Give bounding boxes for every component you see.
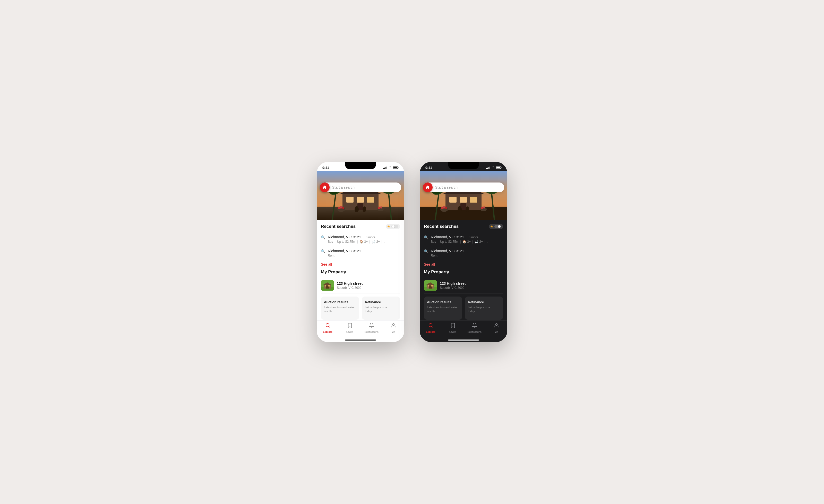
svg-point-61 xyxy=(483,207,485,209)
auction-results-card-dark[interactable]: Auction results Latest auction and sales… xyxy=(424,296,462,320)
property-thumbnail-dark xyxy=(424,280,437,291)
svg-point-20 xyxy=(340,206,342,209)
app-logo xyxy=(320,182,330,192)
search-item-2-details-dark: Richmond, VIC 3121 Rent xyxy=(431,249,503,257)
cards-row: Auction results Latest auction and sales… xyxy=(321,296,400,320)
search-input[interactable]: Start a search xyxy=(320,182,401,192)
tab-me[interactable]: Me xyxy=(386,323,401,333)
svg-rect-44 xyxy=(449,197,456,203)
battery-icon-dark xyxy=(496,166,502,169)
saved-icon xyxy=(347,323,352,330)
search-item-2-title: Richmond, VIC 3121 xyxy=(328,249,400,253)
search-item-1-dark[interactable]: 🔍 Richmond, VIC 3121 + 3 more Buy | Up t… xyxy=(424,232,503,246)
auction-results-card[interactable]: Auction results Latest auction and sales… xyxy=(321,296,359,320)
refinance-card-title: Refinance xyxy=(365,300,397,304)
svg-point-63 xyxy=(498,225,501,228)
search-icon-1: 🔍 xyxy=(321,235,325,239)
tab-notifications[interactable]: Notifications xyxy=(364,323,379,333)
search-bar-container-dark: Start a search xyxy=(423,182,504,192)
search-placeholder: Start a search xyxy=(332,185,354,190)
refinance-card-title-dark: Refinance xyxy=(468,300,500,304)
svg-point-57 xyxy=(443,206,445,209)
me-icon xyxy=(391,323,396,330)
search-item-1[interactable]: 🔍 Richmond, VIC 3121 + 3 more Buy | Up t… xyxy=(321,232,400,246)
tab-me-dark[interactable]: Me xyxy=(489,323,504,333)
search-item-1-meta-dark: Buy | Up to $2.75m | 🏠 3+ | 🛁 2+ | ... xyxy=(431,240,503,244)
tab-saved-dark[interactable]: Saved xyxy=(445,323,460,333)
notifications-icon xyxy=(369,323,375,330)
svg-rect-46 xyxy=(470,197,477,203)
home-indicator-light xyxy=(345,340,376,341)
app-logo-dark xyxy=(423,182,433,192)
refinance-card-dark[interactable]: Refinance Let us help you re... today xyxy=(465,296,503,320)
tab-explore[interactable]: Explore xyxy=(320,323,335,333)
search-placeholder-dark: Start a search xyxy=(435,185,457,190)
cards-row-dark: Auction results Latest auction and sales… xyxy=(424,296,503,320)
status-time-dark: 9:41 xyxy=(425,166,432,170)
svg-point-58 xyxy=(445,207,447,209)
tab-bar-dark: Explore Saved xyxy=(420,320,507,339)
search-item-2[interactable]: 🔍 Richmond, VIC 3121 Rent xyxy=(321,246,400,260)
search-item-2-details: Richmond, VIC 3121 Rent xyxy=(328,249,400,257)
signal-icon-dark xyxy=(486,166,491,169)
auction-card-desc: Latest auction and sales results xyxy=(324,305,356,313)
explore-icon xyxy=(325,323,331,330)
status-time: 9:41 xyxy=(322,166,329,170)
property-suburb-dark: Suburb, VIC 3000 xyxy=(440,286,503,289)
svg-rect-7 xyxy=(346,197,353,203)
auction-card-desc-dark: Latest auction and sales results xyxy=(427,305,459,313)
phone-dark: 9:41 xyxy=(420,162,507,342)
recent-searches-header: Recent searches ★ xyxy=(321,224,400,229)
svg-point-24 xyxy=(380,207,382,209)
my-property-header: My Property xyxy=(321,269,400,275)
svg-rect-2 xyxy=(394,166,397,168)
property-address-dark: 123 High street xyxy=(440,281,503,285)
see-all-link[interactable]: See all xyxy=(321,260,400,267)
see-all-link-dark[interactable]: See all xyxy=(424,260,503,267)
property-address: 123 High street xyxy=(337,281,400,285)
svg-rect-70 xyxy=(431,285,433,286)
svg-point-26 xyxy=(392,225,395,228)
tab-explore-dark[interactable]: Explore xyxy=(423,323,438,333)
bottom-area-dark: Explore Saved xyxy=(420,320,507,342)
hero-image-dark: Start a search xyxy=(420,171,507,220)
property-thumbnail xyxy=(321,280,334,291)
hero-section: Start a search xyxy=(317,171,404,220)
search-bar-container: Start a search xyxy=(320,182,401,192)
property-info-dark: 123 High street Suburb, VIC 3000 xyxy=(440,281,503,289)
svg-rect-69 xyxy=(428,285,429,286)
svg-line-72 xyxy=(432,327,433,328)
tab-saved[interactable]: Saved xyxy=(342,323,357,333)
status-icons xyxy=(383,166,399,169)
svg-point-36 xyxy=(392,324,394,325)
tab-notifications-dark[interactable]: Notifications xyxy=(467,323,482,333)
refinance-card[interactable]: Refinance Let us help you re... today xyxy=(362,296,400,320)
status-icons-dark xyxy=(486,166,502,169)
svg-point-53 xyxy=(457,206,462,212)
search-item-1-title-dark: Richmond, VIC 3121 + 3 more xyxy=(431,235,503,239)
favorites-toggle-dark[interactable]: ★ xyxy=(489,224,503,229)
svg-point-16 xyxy=(354,206,359,212)
svg-point-60 xyxy=(481,207,483,209)
search-input-dark[interactable]: Start a search xyxy=(423,182,504,192)
property-suburb: Suburb, VIC 3000 xyxy=(337,286,400,289)
refinance-card-desc-dark: Let us help you re... today xyxy=(468,305,500,313)
tab-explore-label-dark: Explore xyxy=(426,331,435,333)
phone-light: 9:41 xyxy=(317,162,404,342)
recent-searches-title: Recent searches xyxy=(321,224,355,229)
tab-notifications-label: Notifications xyxy=(365,331,378,333)
wifi-icon-dark xyxy=(491,166,495,169)
tab-bar-light: Explore Saved xyxy=(317,320,404,339)
property-item-dark[interactable]: 123 High street Suburb, VIC 3000 xyxy=(424,278,503,293)
saved-icon-dark xyxy=(450,323,455,330)
search-item-2-dark[interactable]: 🔍 Richmond, VIC 3121 Rent xyxy=(424,246,503,260)
favorites-toggle[interactable]: ★ xyxy=(386,224,400,229)
explore-icon-dark xyxy=(428,323,434,330)
svg-point-23 xyxy=(378,207,380,209)
svg-rect-9 xyxy=(367,197,374,203)
property-item[interactable]: 123 High street Suburb, VIC 3000 xyxy=(321,278,400,293)
scrollable-content-dark: Recent searches ★ 🔍 Richmond, VIC xyxy=(420,220,507,320)
tab-explore-label: Explore xyxy=(323,331,332,333)
search-item-2-meta: Rent xyxy=(328,254,400,257)
my-property-title: My Property xyxy=(321,269,346,275)
